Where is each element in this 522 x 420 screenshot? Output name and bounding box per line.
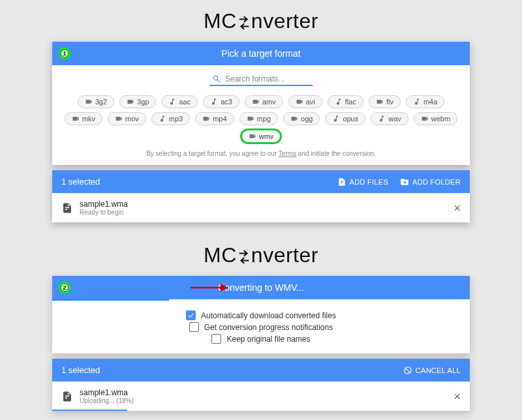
format-chip-mp4[interactable]: mp4 [195, 112, 234, 125]
file-info: sample1.wma Ready to begin [80, 200, 447, 216]
format-chip-mov[interactable]: mov [108, 112, 146, 125]
file-row-1: sample1.wma Ready to begin × [52, 193, 470, 222]
file-info-2: sample1.wma Uploading... (18%) [80, 388, 447, 404]
brand-pre: MC [204, 9, 237, 33]
upload-progress [52, 410, 127, 411]
files-header-1: 1 selected ADD FILES ADD FOLDER [52, 170, 470, 193]
format-chip-flv[interactable]: flv [369, 95, 401, 108]
terms-link[interactable]: Terms [279, 150, 296, 157]
option-checkbox-0[interactable] [186, 310, 196, 320]
convert-icon [237, 11, 251, 35]
file-status-2: Uploading... (18%) [80, 397, 447, 404]
option-label-1: Get conversion progress notifications [204, 323, 333, 332]
step-badge-1: 1 [59, 48, 70, 59]
file-icon [61, 202, 73, 214]
format-chip-flac[interactable]: flac [328, 95, 363, 108]
option-row-0: Automatically download converted files [52, 310, 470, 320]
format-body: 3g23gpaacac3amvaviflacflvm4amkvmovmp3mp4… [52, 65, 470, 165]
file-icon [61, 391, 73, 402]
file-status: Ready to begin [80, 209, 447, 216]
option-row-1: Get conversion progress notifications [52, 322, 470, 332]
brand-logo-2: MCnverter [10, 239, 512, 271]
files-card-1: 1 selected ADD FILES ADD FOLDER sample1.… [52, 170, 470, 222]
convert-header: 2 Converting to WMV... [52, 276, 470, 299]
option-row-2: Keep original file names [52, 334, 470, 344]
format-chip-avi[interactable]: avi [288, 95, 322, 108]
add-folder-icon [400, 177, 409, 187]
convert-title: Converting to WMV... [218, 282, 304, 293]
file-row-2: sample1.wma Uploading... (18%) × [52, 382, 470, 411]
search-field[interactable] [209, 73, 313, 86]
add-files-button[interactable]: ADD FILES [337, 177, 389, 187]
option-checkbox-2[interactable] [211, 334, 221, 344]
format-chip-webm[interactable]: webm [414, 112, 457, 125]
file-name: sample1.wma [80, 200, 447, 209]
files-card-2: 1 selected CANCEL ALL sample1.wma Upload… [52, 359, 470, 411]
section-step2: MCnverter 2 Converting to WMV... Automat… [0, 234, 522, 420]
format-chip-aac[interactable]: aac [161, 95, 198, 108]
format-chip-3gp[interactable]: 3gp [119, 95, 156, 108]
selected-count: 1 selected [61, 177, 100, 187]
option-label-0: Automatically download converted files [201, 311, 336, 320]
format-chip-mkv[interactable]: mkv [65, 112, 102, 125]
file-name-2: sample1.wma [80, 388, 447, 397]
svg-marker-1 [221, 284, 228, 292]
option-label-2: Keep original file names [226, 335, 310, 344]
arrow-icon [189, 282, 228, 293]
format-card: 1 Pick a target format 3g23gpaacac3amvav… [52, 42, 470, 165]
file-actions-2: CANCEL ALL [403, 366, 461, 375]
files-header-2: 1 selected CANCEL ALL [52, 359, 470, 382]
options-list: Automatically download converted filesGe… [52, 299, 470, 353]
format-chip-opus[interactable]: opus [325, 112, 365, 125]
file-actions: ADD FILES ADD FOLDER [337, 177, 461, 187]
format-chip-wmv[interactable]: wmv [241, 129, 282, 143]
format-chip-m4a[interactable]: m4a [406, 95, 444, 108]
remove-file-button[interactable]: × [453, 202, 461, 214]
selected-count-2: 1 selected [61, 365, 100, 375]
search-input[interactable] [225, 74, 310, 83]
format-chip-ac3[interactable]: ac3 [203, 95, 239, 108]
format-chip-ogg[interactable]: ogg [283, 112, 320, 125]
brand-post: nverter [251, 9, 318, 33]
disclaimer: By selecting a target format, you agree … [64, 150, 458, 157]
add-file-icon [337, 177, 346, 187]
format-chip-amv[interactable]: amv [245, 95, 283, 108]
format-chips: 3g23gpaacac3amvaviflacflvm4amkvmovmp3mp4… [64, 95, 458, 143]
option-checkbox-1[interactable] [189, 322, 199, 332]
format-chip-mp3[interactable]: mp3 [151, 112, 190, 125]
convert-progress [52, 299, 169, 301]
cancel-icon [403, 366, 412, 375]
step-badge-2: 2 [59, 282, 70, 293]
section-step1: MCnverter 1 Pick a target format 3g23gpa… [0, 0, 522, 234]
format-header: 1 Pick a target format [52, 42, 470, 65]
format-title: Pick a target format [221, 48, 300, 59]
add-folder-button[interactable]: ADD FOLDER [400, 177, 461, 187]
format-chip-mpg[interactable]: mpg [239, 112, 278, 125]
cancel-all-button[interactable]: CANCEL ALL [403, 366, 461, 375]
format-chip-3g2[interactable]: 3g2 [78, 95, 114, 108]
format-chip-wav[interactable]: wav [371, 112, 408, 125]
remove-file-button-2[interactable]: × [453, 391, 461, 402]
convert-icon [237, 245, 251, 269]
svg-line-3 [405, 368, 410, 372]
brand-logo: MCnverter [10, 5, 512, 37]
search-icon [212, 74, 221, 83]
convert-card: 2 Converting to WMV... Automatically dow… [52, 276, 470, 353]
